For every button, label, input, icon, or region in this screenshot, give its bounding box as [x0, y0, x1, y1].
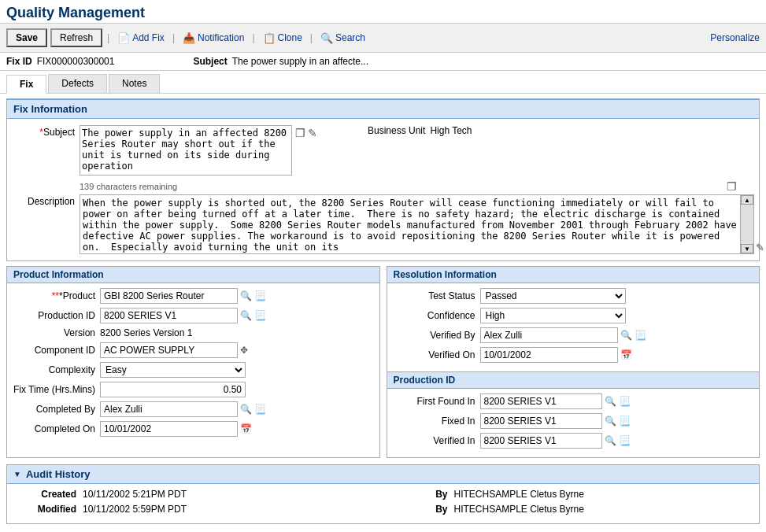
- description-wrapper: ▲ ▼ ❐: [80, 194, 754, 254]
- comp-id-icon[interactable]: ✥: [240, 345, 248, 356]
- production-id-section-header: Production ID: [387, 372, 760, 389]
- fixed-in-input[interactable]: [480, 413, 602, 429]
- production-id-form: First Found In 🔍 📃 Fixed In 🔍: [387, 389, 760, 457]
- description-textarea[interactable]: [80, 194, 741, 254]
- verified-by-input[interactable]: [480, 327, 618, 343]
- test-status-select[interactable]: Passed Failed Pending: [480, 288, 626, 304]
- verified-on-cal-icon[interactable]: 📅: [620, 349, 632, 360]
- first-found-row: First Found In 🔍 📃: [394, 393, 753, 409]
- completed-by-label: Completed By: [13, 404, 100, 415]
- audit-history-title: Audit History: [26, 468, 91, 480]
- fixed-in-label: Fixed In: [394, 416, 480, 427]
- modified-by-value: HITECHSAMPLE Cletus Byrne: [454, 504, 584, 515]
- completed-by-search-icon[interactable]: 🔍: [240, 404, 252, 415]
- tab-defects[interactable]: Defects: [48, 74, 107, 93]
- tab-fix[interactable]: Fix: [6, 75, 46, 94]
- confidence-select[interactable]: High Medium Low: [480, 308, 626, 323]
- complexity-label: Complexity: [13, 364, 100, 375]
- completed-by-input[interactable]: [100, 401, 238, 417]
- prod-id-add-icon[interactable]: 📃: [254, 310, 266, 321]
- verified-by-val: 🔍 📃: [480, 327, 753, 343]
- complexity-val: Easy Medium Hard: [100, 362, 373, 378]
- fixed-in-add-icon[interactable]: 📃: [619, 416, 631, 427]
- completed-on-label: Completed On: [13, 423, 100, 434]
- first-found-search-icon[interactable]: 🔍: [605, 396, 616, 407]
- prod-id-search-icon[interactable]: 🔍: [240, 310, 252, 321]
- verified-in-label: Verified In: [394, 435, 480, 446]
- verified-in-add-icon[interactable]: 📃: [619, 435, 631, 446]
- product-val: 🔍 📃: [100, 288, 373, 304]
- refresh-button[interactable]: Refresh: [50, 28, 102, 47]
- subject-header-label: Subject: [193, 56, 227, 67]
- tabs-bar: Fix Defects Notes: [0, 71, 766, 94]
- scroll-up-button[interactable]: ▲: [741, 195, 753, 205]
- modified-label: Modified: [20, 504, 83, 515]
- subject-row: *Subject ❐ ✎ Business Unit High Tech: [17, 125, 749, 175]
- fixed-in-search-icon[interactable]: 🔍: [605, 416, 616, 427]
- component-id-label: Component ID: [13, 345, 100, 356]
- product-search-icon[interactable]: 🔍: [240, 290, 252, 301]
- audit-history-header[interactable]: ▼ Audit History: [7, 465, 759, 484]
- toolbar: Save Refresh | 📄 Add Fix | 📥 Notificatio…: [0, 23, 766, 53]
- first-found-add-icon[interactable]: 📃: [619, 396, 631, 407]
- save-button[interactable]: Save: [6, 28, 47, 47]
- add-fix-link[interactable]: 📄 Add Fix: [114, 32, 168, 44]
- completed-on-cal-icon[interactable]: 📅: [240, 423, 252, 434]
- search-icon: 🔍: [320, 32, 333, 44]
- created-value: 10/11/2002 5:21PM PDT: [83, 489, 376, 500]
- created-by-value: HITECHSAMPLE Cletus Byrne: [454, 489, 584, 500]
- production-id-row: Production ID 🔍 📃: [13, 308, 373, 323]
- fix-info-section: Fix Information *Subject ❐ ✎ Business Un…: [6, 98, 760, 261]
- test-status-val: Passed Failed Pending: [480, 288, 753, 304]
- subject-expand-icon[interactable]: ❐: [295, 127, 305, 139]
- subject-edit-icon[interactable]: ✎: [308, 127, 317, 139]
- fix-time-row: Fix Time (Hrs.Mins): [13, 382, 373, 397]
- audit-history-content: Created 10/11/2002 5:21PM PDT By HITECHS…: [7, 484, 759, 523]
- product-form: **Product 🔍 📃 Production ID 🔍 📃: [7, 283, 379, 445]
- search-link[interactable]: 🔍 Search: [317, 32, 368, 44]
- verified-on-input[interactable]: [480, 347, 618, 363]
- desc-edit-icon[interactable]: ✎: [756, 194, 764, 253]
- personalize-link[interactable]: Personalize: [710, 32, 760, 43]
- confidence-label: Confidence: [394, 310, 480, 321]
- business-unit-value: High Tech: [430, 125, 472, 136]
- first-found-label: First Found In: [394, 396, 480, 407]
- product-input[interactable]: [100, 288, 238, 304]
- test-status-row: Test Status Passed Failed Pending: [394, 288, 753, 304]
- production-id-input[interactable]: [100, 308, 238, 323]
- notification-link[interactable]: 📥 Notification: [179, 32, 247, 44]
- subject-textarea[interactable]: [80, 125, 292, 175]
- completed-on-input[interactable]: [100, 421, 238, 437]
- tab-notes[interactable]: Notes: [109, 74, 160, 93]
- completed-by-add-icon[interactable]: 📃: [254, 404, 266, 415]
- audit-modified-row: Modified 10/11/2002 5:59PM PDT By HITECH…: [20, 504, 746, 515]
- verified-by-search-icon[interactable]: 🔍: [620, 330, 632, 341]
- fix-time-input[interactable]: [100, 382, 246, 397]
- scroll-down-button[interactable]: ▼: [741, 244, 753, 253]
- product-row: **Product 🔍 📃: [13, 288, 373, 304]
- desc-expand-icon[interactable]: ❐: [727, 180, 737, 193]
- created-label: Created: [20, 489, 83, 500]
- verified-by-add-icon[interactable]: 📃: [635, 330, 646, 341]
- resolution-form: Test Status Passed Failed Pending Confid…: [387, 283, 760, 371]
- verified-in-input[interactable]: [480, 433, 602, 449]
- verified-by-label: Verified By: [394, 330, 480, 341]
- product-add-icon[interactable]: 📃: [254, 290, 266, 301]
- modified-by-label: By: [391, 504, 454, 515]
- audit-history-section: ▼ Audit History Created 10/11/2002 5:21P…: [6, 464, 760, 524]
- fix-time-label: Fix Time (Hrs.Mins): [13, 384, 100, 395]
- clone-link[interactable]: 📋 Clone: [260, 32, 305, 44]
- product-info-header: Product Information: [7, 267, 379, 283]
- notification-icon: 📥: [183, 32, 195, 44]
- verified-in-search-icon[interactable]: 🔍: [605, 435, 616, 446]
- description-label: Description: [17, 194, 80, 207]
- verified-on-row: Verified On 📅: [394, 347, 753, 363]
- first-found-input[interactable]: [480, 393, 602, 409]
- component-id-input[interactable]: [100, 342, 238, 358]
- subject-header-value: The power supply in an affecte...: [232, 56, 368, 67]
- complexity-select[interactable]: Easy Medium Hard: [100, 362, 246, 378]
- fix-id-bar: Fix ID FIX000000300001 Subject The power…: [0, 53, 766, 71]
- clone-icon: 📋: [263, 32, 276, 44]
- completed-by-row: Completed By 🔍 📃: [13, 401, 373, 417]
- confidence-row: Confidence High Medium Low: [394, 308, 753, 323]
